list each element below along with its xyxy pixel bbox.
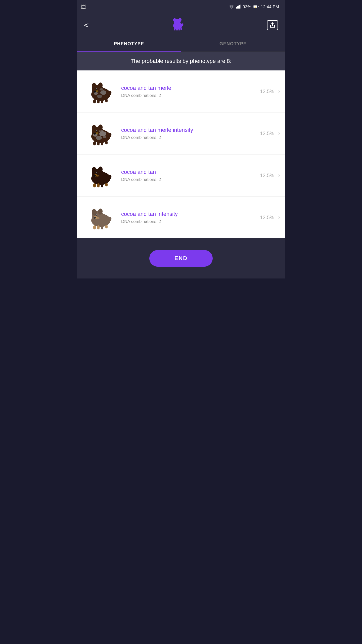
chevron-right-2: › xyxy=(278,130,280,137)
chevron-right-1: › xyxy=(278,88,280,95)
svg-point-52 xyxy=(96,130,97,131)
dog-image-4 xyxy=(82,204,117,231)
dog-logo-icon xyxy=(170,17,185,34)
dog-image-3 xyxy=(82,162,117,189)
svg-point-67 xyxy=(94,175,96,177)
svg-rect-46 xyxy=(93,141,96,145)
svg-rect-63 xyxy=(105,183,108,186)
svg-rect-76 xyxy=(101,225,103,229)
svg-rect-49 xyxy=(105,141,108,144)
svg-rect-13 xyxy=(174,28,175,30)
dog-image-2 xyxy=(82,119,117,147)
result-name-3: cocoa and tan xyxy=(121,169,253,176)
svg-point-73 xyxy=(97,217,100,219)
svg-point-42 xyxy=(103,136,106,138)
status-bar: 🖼 93% ⚡ xyxy=(77,0,285,14)
svg-point-45 xyxy=(96,132,98,134)
svg-point-34 xyxy=(96,88,97,89)
svg-rect-2 xyxy=(238,6,239,9)
svg-rect-15 xyxy=(178,28,180,30)
svg-rect-31 xyxy=(105,99,108,102)
result-info-1: cocoa and tan merle DNA combinations: 2 xyxy=(117,85,257,98)
svg-rect-4 xyxy=(240,5,241,9)
dog-image-1 xyxy=(82,77,117,105)
svg-rect-1 xyxy=(237,6,238,9)
svg-point-79 xyxy=(96,214,97,216)
photo-icon: 🖼 xyxy=(81,4,86,10)
svg-point-81 xyxy=(94,217,96,219)
result-info-4: cocoa and tan intensity DNA combinations… xyxy=(117,211,257,224)
svg-rect-28 xyxy=(93,99,96,103)
result-info-2: cocoa and tan merle intensity DNA combin… xyxy=(117,127,257,140)
svg-rect-30 xyxy=(101,99,103,103)
svg-rect-29 xyxy=(97,99,100,103)
svg-rect-61 xyxy=(97,183,100,187)
signal-icon xyxy=(236,5,241,10)
svg-point-53 xyxy=(94,133,96,135)
result-dna-2: DNA combinations: 2 xyxy=(121,135,253,140)
wifi-icon xyxy=(229,5,234,10)
result-item-2[interactable]: cocoa and tan merle intensity DNA combin… xyxy=(77,112,285,154)
tab-phenotype[interactable]: PHENOTYPE xyxy=(77,36,181,52)
svg-text:⚡: ⚡ xyxy=(254,6,257,8)
status-right: 93% ⚡ 12:44 PM xyxy=(229,5,279,10)
chevron-right-3: › xyxy=(278,172,280,179)
top-nav: < xyxy=(77,14,285,36)
subtitle-bar: The probable results by phenotype are 8: xyxy=(77,52,285,70)
svg-point-65 xyxy=(96,172,97,174)
svg-rect-77 xyxy=(105,225,108,228)
battery-icon: ⚡ xyxy=(253,5,259,10)
svg-point-66 xyxy=(96,172,97,173)
svg-rect-74 xyxy=(93,225,96,229)
svg-point-39 xyxy=(96,136,102,140)
result-item-1[interactable]: cocoa and tan merle DNA combinations: 2 … xyxy=(77,70,285,112)
result-name-2: cocoa and tan merle intensity xyxy=(121,127,253,134)
result-percentage-2: 12.5% xyxy=(257,131,274,136)
tabs-container: PHENOTYPE GENOTYPE xyxy=(77,36,285,52)
svg-rect-47 xyxy=(97,141,100,145)
result-dna-3: DNA combinations: 2 xyxy=(121,177,253,182)
svg-rect-0 xyxy=(236,7,237,9)
result-percentage-4: 12.5% xyxy=(257,215,274,220)
result-percentage-1: 12.5% xyxy=(257,89,274,94)
results-list: cocoa and tan merle DNA combinations: 2 … xyxy=(77,70,285,238)
result-percentage-3: 12.5% xyxy=(257,173,274,178)
svg-rect-62 xyxy=(101,183,103,187)
svg-point-35 xyxy=(94,91,96,93)
share-button[interactable] xyxy=(267,20,278,30)
result-item-3[interactable]: cocoa and tan DNA combinations: 2 12.5% … xyxy=(77,154,285,196)
svg-point-59 xyxy=(97,175,99,177)
chevron-right-4: › xyxy=(278,214,280,221)
svg-point-33 xyxy=(96,88,97,90)
tab-genotype[interactable]: GENOTYPE xyxy=(181,36,285,52)
svg-rect-60 xyxy=(93,183,96,187)
svg-point-51 xyxy=(96,130,97,132)
subtitle-text: The probable results by phenotype are 8: xyxy=(130,58,231,64)
result-dna-4: DNA combinations: 2 xyxy=(121,219,253,224)
svg-rect-16 xyxy=(180,28,182,30)
result-item-4[interactable]: cocoa and tan intensity DNA combinations… xyxy=(77,196,285,238)
svg-rect-75 xyxy=(97,225,100,229)
result-info-3: cocoa and tan DNA combinations: 2 xyxy=(117,169,257,182)
svg-rect-48 xyxy=(101,141,103,145)
end-button[interactable]: END xyxy=(149,250,213,267)
svg-point-21 xyxy=(100,90,106,95)
svg-rect-14 xyxy=(176,28,178,30)
result-name-1: cocoa and tan merle xyxy=(121,85,253,92)
bottom-bar: END xyxy=(77,238,285,278)
svg-rect-3 xyxy=(239,5,240,9)
svg-point-80 xyxy=(96,214,97,215)
result-dna-1: DNA combinations: 2 xyxy=(121,93,253,98)
result-name-4: cocoa and tan intensity xyxy=(121,211,253,218)
status-left: 🖼 xyxy=(81,4,86,10)
battery-percentage: 93% xyxy=(243,5,251,10)
time-display: 12:44 PM xyxy=(261,5,279,10)
svg-point-22 xyxy=(97,95,102,98)
back-button[interactable]: < xyxy=(84,21,89,29)
svg-rect-7 xyxy=(258,6,259,7)
svg-point-27 xyxy=(96,90,98,92)
